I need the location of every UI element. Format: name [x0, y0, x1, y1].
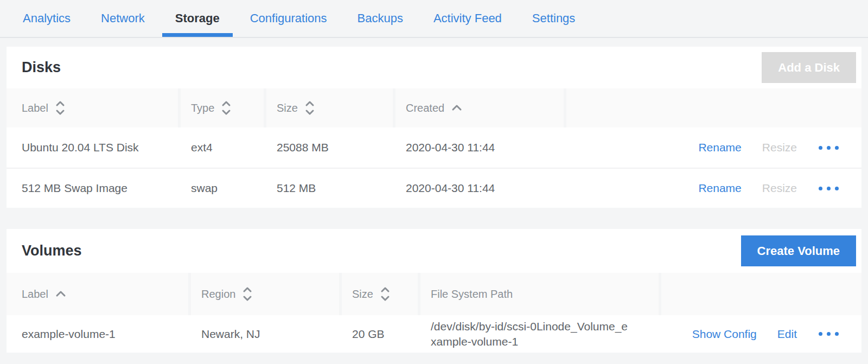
sort-both-icon [242, 285, 253, 303]
tab-configurations[interactable]: Configurations [237, 0, 340, 37]
tab-label: Backups [358, 11, 403, 25]
disks-actions-header [564, 88, 861, 127]
volumes-header: Volumes Create Volume [7, 229, 861, 273]
tab-settings[interactable]: Settings [519, 0, 589, 37]
disk-row-actions: Rename Resize [564, 169, 861, 208]
disk-row-actions: Rename Resize [564, 127, 861, 168]
volume-path-text: /dev/disk/by-id/scsi-0Linode_Volume_exam… [431, 319, 633, 349]
volumes-actions-header [659, 273, 861, 315]
add-disk-button[interactable]: Add a Disk [762, 52, 856, 83]
sort-both-icon [55, 99, 66, 117]
volume-row-actions: Show Config Edit [659, 315, 861, 353]
disks-table-header: Label Type Size Created [7, 88, 861, 127]
volume-size: 20 GB [339, 315, 418, 353]
disk-label: 512 MB Swap Image [7, 169, 178, 208]
disk-size: 25088 MB [264, 127, 393, 168]
resize-link[interactable]: Resize [762, 182, 797, 195]
rename-link[interactable]: Rename [698, 182, 741, 195]
disks-sort-label[interactable]: Label [7, 88, 178, 127]
disk-type: swap [178, 169, 264, 208]
tab-label: Network [101, 11, 145, 25]
disk-created: 2020-04-30 11:44 [393, 127, 564, 168]
tab-bar: Analytics Network Storage Configurations… [0, 0, 868, 38]
disk-row-ubuntu: Ubuntu 20.04 LTS Disk ext4 25088 MB 2020… [7, 127, 861, 168]
disk-row-swap: 512 MB Swap Image swap 512 MB 2020-04-30… [7, 168, 861, 208]
volumes-column-path: File System Path [418, 273, 659, 315]
tab-network[interactable]: Network [88, 0, 158, 37]
sort-asc-icon [55, 290, 67, 298]
tab-label: Configurations [250, 11, 327, 25]
volume-label: example-volume-1 [7, 315, 188, 353]
sort-both-icon [304, 99, 315, 117]
volumes-sort-label[interactable]: Label [7, 273, 188, 315]
more-actions-menu-icon[interactable] [818, 183, 840, 194]
tab-analytics[interactable]: Analytics [10, 0, 84, 37]
disk-label: Ubuntu 20.04 LTS Disk [7, 127, 178, 168]
disk-type: ext4 [178, 127, 264, 168]
tab-label: Storage [175, 11, 220, 25]
disk-created: 2020-04-30 11:44 [393, 169, 564, 208]
volume-path: /dev/disk/by-id/scsi-0Linode_Volume_exam… [418, 315, 659, 353]
resize-link[interactable]: Resize [762, 141, 797, 154]
disks-section: Disks Add a Disk Label Type Size Created… [7, 47, 861, 208]
tab-storage[interactable]: Storage [162, 0, 233, 37]
volume-row: example-volume-1 Newark, NJ 20 GB /dev/d… [7, 315, 861, 353]
disks-sort-size[interactable]: Size [264, 88, 393, 127]
volumes-section: Volumes Create Volume Label Region Size … [7, 229, 861, 353]
rename-link[interactable]: Rename [698, 141, 741, 154]
volumes-title: Volumes [22, 242, 82, 259]
tab-label: Settings [532, 11, 576, 25]
disks-sort-type[interactable]: Type [178, 88, 264, 127]
tab-label: Analytics [23, 11, 71, 25]
more-actions-menu-icon[interactable] [818, 143, 840, 153]
tab-activity-feed[interactable]: Activity Feed [420, 0, 515, 37]
tab-label: Activity Feed [433, 11, 502, 25]
disks-sort-created[interactable]: Created [393, 88, 564, 127]
disks-header: Disks Add a Disk [7, 47, 861, 88]
volumes-sort-region[interactable]: Region [188, 273, 339, 315]
more-actions-menu-icon[interactable] [818, 329, 840, 339]
volumes-sort-size[interactable]: Size [339, 273, 418, 315]
volume-region: Newark, NJ [188, 315, 339, 353]
volumes-table-header: Label Region Size File System Path [7, 273, 861, 315]
disk-size: 512 MB [264, 169, 393, 208]
show-config-link[interactable]: Show Config [692, 328, 757, 341]
sort-both-icon [380, 285, 391, 303]
sort-asc-icon [451, 104, 463, 112]
tab-backups[interactable]: Backups [344, 0, 416, 37]
disks-title: Disks [22, 59, 61, 76]
create-volume-button[interactable]: Create Volume [741, 235, 856, 266]
sort-both-icon [221, 99, 232, 117]
edit-link[interactable]: Edit [777, 328, 797, 341]
